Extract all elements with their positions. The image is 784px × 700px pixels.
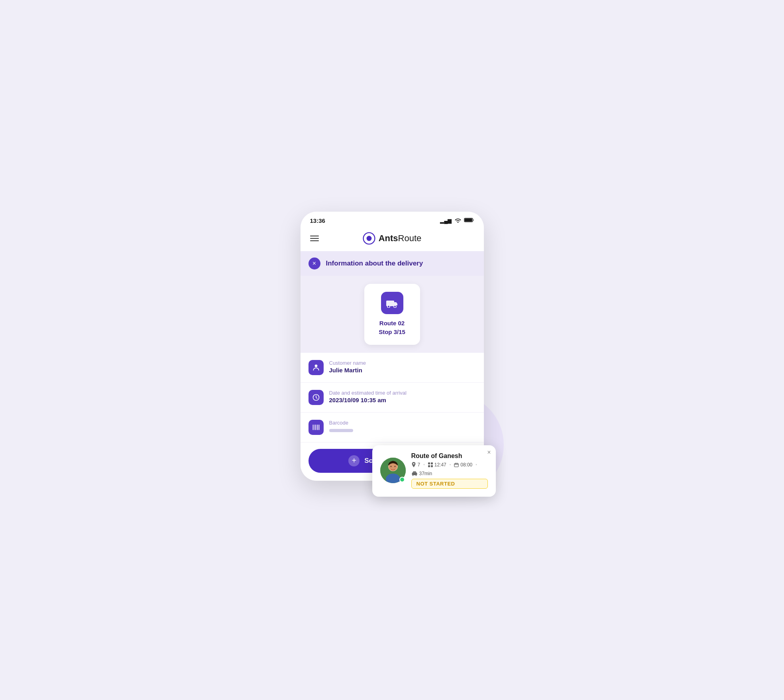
date-content: Date and estimated time of arrival 2023/…: [329, 390, 407, 403]
barcode-label: Barcode: [329, 420, 353, 426]
popup-stat-duration: 37min: [411, 471, 432, 476]
avatar-online-indicator: [399, 477, 405, 482]
location-icon: [411, 462, 416, 468]
svg-point-5: [387, 305, 390, 308]
route-label: Route 02 Stop 3/15: [375, 319, 409, 337]
logo-icon: [363, 232, 375, 245]
popup-duration: 37min: [419, 471, 432, 476]
car-icon: [411, 471, 418, 476]
svg-rect-4: [386, 301, 394, 306]
popup-stat-time2: 08:00: [454, 462, 472, 468]
popup-route-name: Route of Ganesh: [411, 452, 488, 460]
svg-rect-26: [454, 463, 458, 467]
svg-rect-29: [412, 472, 417, 475]
date-value: 2023/10/09 10:35 am: [329, 397, 407, 403]
popup-stats: 7 • 12:47 •: [411, 462, 488, 476]
logo-area: AntsRoute: [363, 232, 422, 245]
barcode-icon-wrap: [308, 420, 324, 435]
app-header: AntsRoute: [301, 227, 484, 251]
route-icon-wrap: [381, 292, 403, 314]
date-icon-wrap: [308, 390, 324, 405]
popup-time2: 08:00: [460, 462, 472, 468]
truck-icon: [386, 298, 398, 308]
barcode-placeholder: [329, 429, 353, 432]
popup-close-button[interactable]: ×: [487, 449, 491, 456]
svg-point-21: [413, 463, 415, 464]
popup-info: Route of Ganesh 7 •: [411, 452, 488, 489]
customer-icon-wrap: [308, 360, 324, 375]
svg-rect-10: [314, 425, 314, 430]
popup-stat-stops: 7: [411, 462, 420, 468]
not-started-badge: NOT STARTED: [411, 479, 488, 489]
svg-point-19: [390, 466, 391, 467]
hamburger-menu[interactable]: [310, 236, 319, 241]
calendar-icon: [454, 462, 459, 467]
barcode-icon: [312, 423, 320, 431]
route-popup: ×: [372, 445, 496, 497]
barcode-field: Barcode: [301, 413, 484, 442]
info-section-title: Information about the delivery: [326, 260, 423, 267]
route-area: Route 02 Stop 3/15: [301, 276, 484, 353]
svg-rect-14: [318, 425, 319, 430]
sep1: •: [423, 462, 425, 467]
popup-stops-count: 7: [418, 462, 420, 468]
sep3: •: [476, 462, 477, 467]
avatar-wrap: [380, 458, 406, 483]
logo-text: AntsRoute: [379, 233, 422, 244]
customer-label: Customer name: [329, 360, 366, 366]
status-bar: 13:36 ▂▄▆: [301, 212, 484, 227]
status-time: 13:36: [310, 217, 325, 224]
svg-point-3: [366, 236, 371, 241]
popup-time1: 12:47: [434, 462, 446, 468]
customer-value: Julie Martin: [329, 367, 366, 374]
plus-icon: +: [348, 455, 360, 466]
svg-rect-12: [316, 425, 316, 430]
svg-point-6: [394, 305, 396, 308]
grid-icon: [428, 462, 433, 467]
date-label: Date and estimated time of arrival: [329, 390, 407, 396]
svg-rect-23: [431, 462, 433, 464]
close-button[interactable]: ×: [308, 258, 320, 269]
scene: 13:36 ▂▄▆: [293, 188, 492, 513]
svg-rect-1: [464, 218, 472, 222]
barcode-content: Barcode: [329, 420, 353, 432]
clock-icon: [312, 393, 320, 401]
person-icon: [312, 364, 320, 372]
popup-stat-time1: 12:47: [428, 462, 446, 468]
route-card: Route 02 Stop 3/15: [364, 284, 420, 345]
customer-field: Customer name Julie Martin: [301, 353, 484, 383]
sep2: •: [450, 462, 451, 467]
phone-shell: 13:36 ▂▄▆: [301, 212, 484, 481]
signal-icon: ▂▄▆: [440, 218, 452, 224]
svg-rect-9: [312, 425, 313, 430]
battery-icon: [464, 217, 474, 224]
svg-rect-25: [431, 465, 433, 467]
svg-rect-24: [428, 465, 430, 467]
svg-point-7: [314, 364, 317, 367]
wifi-icon: [454, 217, 462, 224]
svg-rect-27: [456, 462, 456, 464]
svg-rect-28: [457, 462, 458, 464]
svg-point-20: [394, 466, 395, 467]
date-field: Date and estimated time of arrival 2023/…: [301, 383, 484, 413]
svg-rect-13: [317, 425, 318, 430]
svg-rect-22: [428, 462, 430, 464]
popup-main: Route of Ganesh 7 •: [380, 452, 488, 489]
status-icons: ▂▄▆: [440, 217, 474, 224]
customer-content: Customer name Julie Martin: [329, 360, 366, 374]
info-header: × Information about the delivery: [301, 251, 484, 276]
svg-rect-11: [315, 425, 316, 430]
